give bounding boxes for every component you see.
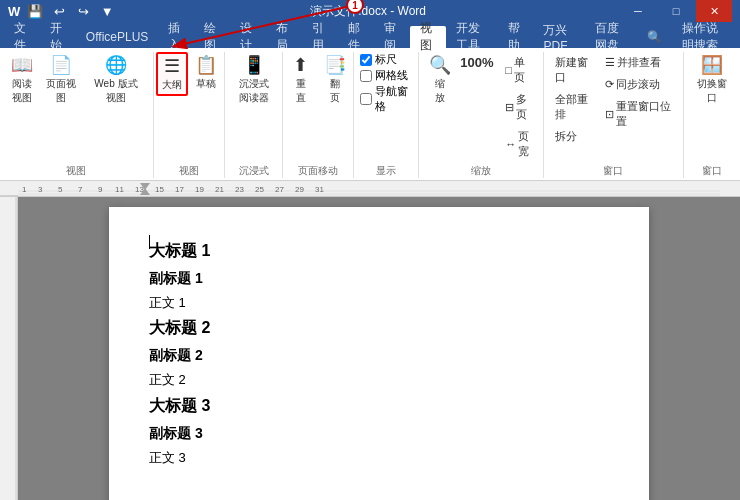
nav-pane-checkbox[interactable]: 导航窗格 [360, 84, 412, 114]
single-page-icon: □ [505, 64, 512, 76]
gridlines-check[interactable] [360, 70, 372, 82]
svg-text:23: 23 [235, 185, 244, 194]
read-view-btn[interactable]: 📖 阅读视图 [6, 52, 38, 108]
undo-btn[interactable]: ↩ [50, 2, 68, 20]
ribbon-group-window: 新建窗口 全部重排 拆分 ☰ 并排查看 ⟳ 同步滚动 [544, 52, 684, 178]
svg-text:21: 21 [215, 185, 224, 194]
svg-text:17: 17 [175, 185, 184, 194]
maximize-btn[interactable]: □ [658, 0, 694, 22]
tab-review[interactable]: 审阅 [374, 26, 410, 48]
window-options-right: ☰ 并排查看 ⟳ 同步滚动 ⊡ 重置窗口位置 [600, 52, 677, 132]
ruler-h-svg: 1 3 5 7 9 11 13 15 17 19 21 23 25 27 29 … [0, 181, 720, 197]
web-view-btn[interactable]: 🌐 Web 版式视图 [85, 52, 147, 108]
vertical-scroll-btn[interactable]: ⬆ 重直 [285, 52, 317, 108]
svg-text:31: 31 [315, 185, 324, 194]
minimize-btn[interactable]: ─ [620, 0, 656, 22]
ribbon-tab-bar: 文件 开始 OfficePLUS 插入 绘图 设计 布局 引用 邮件 审阅 视图… [0, 22, 740, 48]
outline-content: ☰ 大纲 📋 草稿 [156, 52, 222, 162]
ruler-horizontal: 1 3 5 7 9 11 13 15 17 19 21 23 25 27 29 … [0, 181, 740, 197]
tab-search-icon[interactable]: 🔍 [637, 26, 672, 48]
window-content: 新建窗口 全部重排 拆分 ☰ 并排查看 ⟳ 同步滚动 [550, 52, 677, 162]
tab-view[interactable]: 视图 [410, 26, 446, 48]
doc-heading-3: 大标题 3 [149, 392, 609, 421]
tab-mail[interactable]: 邮件 [338, 26, 374, 48]
redo-btn[interactable]: ↪ [74, 2, 92, 20]
doc-subheading-3: 副标题 3 [149, 421, 609, 446]
page-move-group-label: 页面移动 [289, 164, 347, 178]
web-view-icon: 🌐 [105, 55, 127, 77]
doc-body-1: 正文 1 [149, 291, 609, 314]
window-options-left: 新建窗口 全部重排 拆分 [550, 52, 598, 147]
arrange-all-label: 全部重排 [555, 92, 593, 122]
zoom-icon: 🔍 [429, 55, 451, 77]
zoom-options: □ 单页 ⊟ 多页 ↔ 页宽 [500, 52, 539, 162]
tab-baidupan[interactable]: 百度网盘 [585, 26, 637, 48]
switch-window-btn[interactable]: 🪟 切换窗口 [688, 52, 736, 108]
read-view-label: 阅读视图 [12, 77, 32, 105]
page-flip-btn[interactable]: 📑 翻页 [319, 52, 351, 108]
svg-text:29: 29 [295, 185, 304, 194]
ribbon-group-show: 标尺 网格线 导航窗格 显示 [354, 52, 419, 178]
views-group-label: 视图 [6, 164, 147, 178]
new-window-label: 新建窗口 [555, 55, 593, 85]
window-controls: ─ □ ✕ [620, 0, 732, 22]
zoom-content: 🔍 缩放 100% □ 单页 ⊟ 多页 ↔ 页宽 [424, 52, 539, 162]
doc-heading-1: 大标题 1 [149, 237, 609, 266]
split-btn[interactable]: 拆分 [550, 126, 598, 147]
nav-pane-check[interactable] [360, 93, 372, 105]
doc-heading-2: 大标题 2 [149, 314, 609, 343]
ribbon-group-outline: ☰ 大纲 📋 草稿 视图 [154, 52, 225, 178]
close-btn[interactable]: ✕ [696, 0, 732, 22]
cursor [149, 235, 150, 249]
page-flip-icon: 📑 [324, 55, 346, 77]
page-width-btn[interactable]: ↔ 页宽 [500, 126, 539, 162]
tab-design[interactable]: 设计 [230, 26, 266, 48]
document-content: 大标题 1 副标题 1 正文 1 大标题 2 副标题 2 正文 2 大标题 3 … [149, 237, 609, 469]
tab-help[interactable]: 帮助 [498, 26, 534, 48]
ruler-checkbox[interactable]: 标尺 [360, 52, 412, 67]
side-by-side-icon: ☰ [605, 56, 615, 69]
ruler-check[interactable] [360, 54, 372, 66]
tab-wanxingpdf[interactable]: 万兴PDF [533, 26, 585, 48]
reset-window-btn[interactable]: ⊡ 重置窗口位置 [600, 96, 677, 132]
side-by-side-label: 并排查看 [617, 55, 661, 70]
tab-draw[interactable]: 绘图 [194, 26, 230, 48]
tab-home[interactable]: 开始 [40, 26, 76, 48]
tab-officeplus[interactable]: OfficePLUS [76, 26, 158, 48]
switch-window-label: 切换窗口 [693, 77, 731, 105]
tab-file[interactable]: 文件 [4, 26, 40, 48]
web-view-label: Web 版式视图 [90, 77, 142, 105]
save-quick-btn[interactable]: 💾 [26, 2, 44, 20]
switch-window-group-label: 窗口 [690, 164, 734, 178]
svg-rect-22 [0, 197, 18, 500]
ribbon-content: 📖 阅读视图 📄 页面视图 🌐 Web 版式视图 视图 ☰ 大纲 📋 草稿 [0, 48, 740, 181]
sync-scroll-btn[interactable]: ⟳ 同步滚动 [600, 74, 677, 95]
switch-window-icon: 🪟 [701, 55, 723, 77]
new-window-btn[interactable]: 新建窗口 [550, 52, 598, 88]
tab-references[interactable]: 引用 [302, 26, 338, 48]
tab-layout[interactable]: 布局 [266, 26, 302, 48]
immersive-reader-btn[interactable]: 📱 沉浸式阅读器 [229, 52, 279, 108]
tab-developer[interactable]: 开发工具 [446, 26, 498, 48]
doc-body-3: 正文 3 [149, 446, 609, 469]
tab-help-search[interactable]: 操作说明搜索 [672, 26, 740, 48]
qa-dropdown[interactable]: ▼ [98, 2, 116, 20]
immersive-content: 📱 沉浸式阅读器 [229, 52, 279, 162]
zoom-100-btn[interactable]: 100% [458, 52, 497, 74]
vertical-ruler [0, 197, 18, 500]
arrange-all-btn[interactable]: 全部重排 [550, 89, 598, 125]
outline-group-label: 视图 [160, 164, 218, 178]
tab-insert[interactable]: 插入 [158, 26, 194, 48]
page-view-btn[interactable]: 📄 页面视图 [40, 52, 83, 108]
title-bar-left: W 💾 ↩ ↪ ▼ [8, 2, 116, 20]
outline-btn[interactable]: ☰ 大纲 [156, 52, 188, 96]
zoom-btn[interactable]: 🔍 缩放 [424, 52, 456, 108]
draft-icon: 📋 [195, 55, 217, 77]
draft-btn[interactable]: 📋 草稿 [190, 52, 222, 94]
gridlines-checkbox[interactable]: 网格线 [360, 68, 412, 83]
side-by-side-btn[interactable]: ☰ 并排查看 [600, 52, 677, 73]
document-area[interactable]: 大标题 1 副标题 1 正文 1 大标题 2 副标题 2 正文 2 大标题 3 … [18, 197, 740, 500]
multi-page-btn[interactable]: ⊟ 多页 [500, 89, 539, 125]
ribbon-group-page-move: ⬆ 重直 📑 翻页 页面移动 [283, 52, 354, 178]
single-page-btn[interactable]: □ 单页 [500, 52, 539, 88]
